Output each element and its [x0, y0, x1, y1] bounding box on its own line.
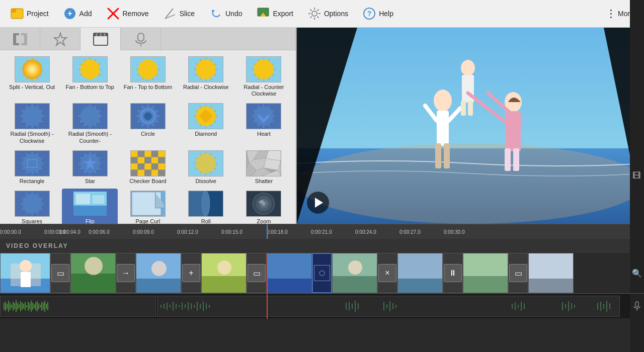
transition-icon-5[interactable]: × [377, 253, 397, 293]
svg-rect-319 [17, 303, 18, 310]
options-button[interactable]: Options [301, 4, 354, 24]
transition-dissolve[interactable]: Dissolve [178, 148, 234, 187]
svg-rect-360 [355, 301, 356, 312]
transition-radial-counter-clockwise[interactable]: Radial - Counter Clockwise [236, 54, 292, 99]
transition-fan-top-bottom[interactable]: Fan - Top to Bottom [120, 54, 176, 99]
tab-clips[interactable] [80, 28, 121, 50]
transition-label: Fan - Top to Bottom [124, 84, 172, 91]
svg-rect-365 [392, 303, 393, 309]
transition-squares[interactable]: Squares [4, 189, 60, 224]
transition-checker-board[interactable]: Checker Board [120, 148, 176, 187]
transition-star[interactable]: Star [62, 148, 118, 187]
timeline-clip-9[interactable] [528, 253, 574, 293]
time-marker-9: 0:00:09.0 [133, 224, 154, 239]
timeline-clip-6[interactable] [332, 253, 377, 293]
transition-radial-smooth-clockwise[interactable]: Radial (Smooth) - Clockwise [4, 101, 60, 146]
svg-rect-320 [19, 304, 20, 308]
transition-rectangle[interactable]: Rectangle [4, 148, 60, 187]
tab-audio[interactable] [121, 28, 161, 50]
timeline-clip-7[interactable] [397, 253, 443, 293]
audio-segment-2[interactable] [157, 296, 620, 317]
timeline-clip-2[interactable] [70, 253, 116, 293]
svg-point-114 [144, 113, 152, 121]
timeline-clip-3[interactable] [136, 253, 181, 293]
export-label: Export [273, 10, 293, 18]
tab-transitions[interactable] [0, 28, 40, 50]
transition-flip[interactable]: Flip [62, 189, 118, 224]
time-marker-18: 0:00:18.0 [267, 224, 288, 239]
svg-rect-294 [136, 279, 181, 293]
time-marker-4: 0:00:04.0 [59, 224, 80, 239]
transition-zoom[interactable]: Zoom [236, 189, 292, 224]
timeline-clip-8[interactable] [463, 253, 508, 293]
transition-label: Radial - Clockwise [183, 84, 228, 91]
export-icon [256, 7, 270, 21]
transition-split-vertical-out[interactable]: Split - Vertical, Out [4, 54, 60, 99]
transition-icon-6[interactable]: ⏸ [443, 253, 463, 293]
add-button[interactable]: + Add [57, 4, 98, 24]
audio-tab-icon [133, 31, 149, 47]
export-button[interactable]: Export [250, 4, 299, 24]
svg-rect-339 [47, 302, 48, 310]
microphone-icon [632, 301, 642, 311]
svg-rect-361 [358, 303, 359, 309]
transition-diamond[interactable]: Diamond [178, 101, 234, 146]
audio-segment-1[interactable] [0, 296, 156, 317]
transition-radial-smooth-counter[interactable]: Radial (Smooth) - Counter- [62, 101, 118, 146]
transition-roll[interactable]: Roll [178, 189, 234, 224]
svg-rect-344 [173, 302, 174, 311]
svg-rect-189 [144, 150, 151, 157]
transition-label: Page Curl [136, 218, 160, 224]
time-marker-0: 0:00:00.0 [0, 224, 21, 239]
transition-circle[interactable]: Circle [120, 101, 176, 146]
svg-rect-18 [96, 33, 98, 36]
time-marker-30: 0:00:30.0 [444, 224, 465, 239]
transition-icon-4[interactable]: ▭ [247, 253, 267, 293]
svg-rect-340 [160, 305, 162, 308]
transition-shatter[interactable]: Shatter [236, 148, 292, 187]
svg-rect-188 [138, 150, 145, 157]
slice-label: Slice [180, 10, 195, 18]
svg-rect-371 [524, 303, 525, 309]
help-button[interactable]: ? Help [356, 4, 399, 24]
transition-label: Split - Vertical, Out [9, 84, 55, 91]
svg-rect-190 [151, 150, 158, 157]
time-marker-24: 0:00:24.0 [355, 224, 376, 239]
main-video-track: ▭ → + [0, 253, 644, 293]
svg-rect-272 [444, 143, 450, 168]
remove-button[interactable]: Remove [100, 4, 155, 24]
svg-rect-277 [461, 101, 466, 116]
transition-icon-3[interactable]: + [181, 253, 201, 293]
transition-fan-bottom-top[interactable]: Fan - Bottom to Top [62, 54, 118, 99]
svg-point-298 [217, 260, 231, 275]
transition-heart[interactable]: Heart [236, 101, 292, 146]
timeline-clip-4[interactable] [201, 253, 247, 293]
svg-rect-370 [521, 302, 522, 311]
clips-tab-icon [93, 31, 109, 47]
time-marker-15: 0:00:15.0 [221, 224, 243, 239]
timeline-cursor[interactable] [267, 224, 268, 239]
svg-rect-332 [37, 301, 38, 311]
project-button[interactable]: Project [4, 4, 55, 24]
timeline-clip-1[interactable] [0, 253, 50, 293]
track-expand-icon[interactable]: 🔍 [630, 253, 644, 293]
transition-icon-2[interactable]: → [116, 253, 136, 293]
tab-favorites[interactable] [40, 28, 80, 50]
svg-rect-199 [144, 163, 151, 170]
undo-button[interactable]: Undo [203, 4, 248, 24]
svg-rect-381 [609, 303, 610, 309]
svg-rect-337 [44, 301, 45, 312]
transition-icon-selected[interactable]: ⬡ [312, 253, 332, 293]
audio-mic-button[interactable] [630, 294, 644, 319]
filmstrip-icon: 🎞 [632, 171, 641, 181]
svg-rect-376 [574, 305, 575, 308]
transition-icon-1[interactable]: ▭ [50, 253, 70, 293]
transition-radial-clockwise[interactable]: Radial - Clockwise [178, 54, 234, 99]
transition-page-curl[interactable]: Page Curl [120, 189, 176, 224]
timeline-clip-5[interactable] [267, 253, 312, 293]
transition-icon-7[interactable]: ▭ [508, 253, 528, 293]
options-label: Options [324, 10, 348, 18]
svg-rect-314 [10, 303, 11, 310]
slice-button[interactable]: Slice [157, 4, 201, 24]
play-button[interactable] [307, 192, 329, 214]
